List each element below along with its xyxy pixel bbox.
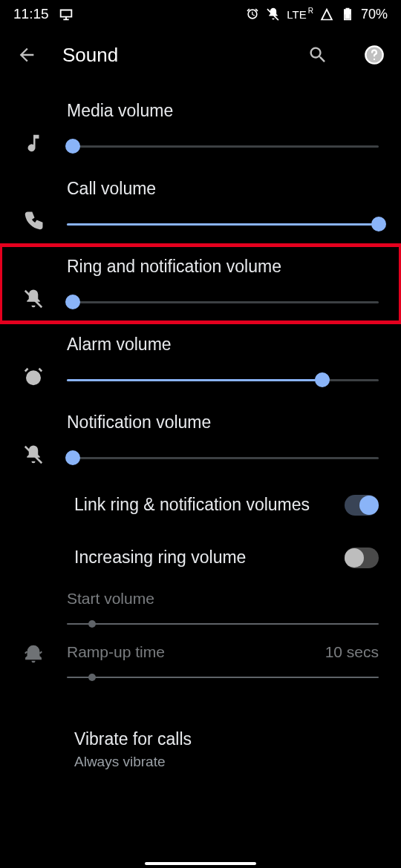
ramp-time-value: 10 secs [325,643,379,661]
increasing-ring-toggle[interactable] [345,548,379,568]
media-volume-label: Media volume [67,101,379,121]
phone-icon [0,179,67,232]
alarm-volume-label: Alarm volume [67,335,379,355]
ring-volume-label: Ring and notification volume [67,257,379,277]
increasing-ring-label: Increasing ring volume [74,546,345,569]
call-volume-slider[interactable] [67,215,379,233]
roaming-indicator: R [308,7,313,15]
link-volumes-toggle[interactable] [345,495,379,516]
app-bar: Sound [0,28,401,82]
svg-rect-0 [345,14,351,19]
ramp-time-label: Ramp-up time [67,643,165,661]
link-volumes-label: Link ring & notification volumes [74,493,345,516]
back-button[interactable] [15,43,39,67]
start-volume-label: Start volume [67,590,154,608]
notification-volume-label: Notification volume [67,412,379,433]
screen-cast-icon [58,6,74,22]
media-volume-row: Media volume [0,89,401,167]
ring-volume-icon [0,590,67,697]
bell-off-icon [0,257,67,310]
call-volume-label: Call volume [67,179,379,199]
alarm-volume-slider[interactable] [67,371,379,389]
status-time: 11:15 [13,6,49,22]
battery-icon [340,7,355,22]
page-title: Sound [62,44,282,67]
ring-notification-volume-row: Ring and notification volume [0,245,401,323]
call-volume-row: Call volume [0,167,401,245]
signal-icon [319,7,334,22]
battery-percent: 70% [361,7,388,22]
increasing-ring-row[interactable]: Increasing ring volume [0,531,401,584]
ramp-time-slider [67,668,379,686]
mute-icon [266,7,281,22]
increasing-ring-sub-section: Start volume Ramp-up time 10 secs [0,584,401,714]
network-type: LTE [287,8,306,21]
alarm-icon [245,7,260,22]
help-button[interactable] [362,43,386,67]
vibrate-subtitle: Always vibrate [74,754,379,770]
alarm-volume-row: Alarm volume [0,323,401,401]
notification-volume-slider[interactable] [67,449,379,467]
link-volumes-row[interactable]: Link ring & notification volumes [0,479,401,531]
music-note-icon [0,101,67,154]
svg-point-3 [374,59,375,60]
vibrate-title: Vibrate for calls [74,729,379,749]
search-button[interactable] [306,43,330,67]
gesture-nav-indicator[interactable] [145,862,256,865]
status-bar: 11:15 LTE R 70% [0,0,401,28]
media-volume-slider[interactable] [67,137,379,155]
notification-volume-row: Notification volume [0,401,401,479]
notification-off-icon [0,412,67,466]
alarm-clock-icon [0,335,67,388]
start-volume-slider [67,615,379,633]
ring-volume-slider[interactable] [67,293,379,311]
vibrate-for-calls-row[interactable]: Vibrate for calls Always vibrate [0,714,401,785]
